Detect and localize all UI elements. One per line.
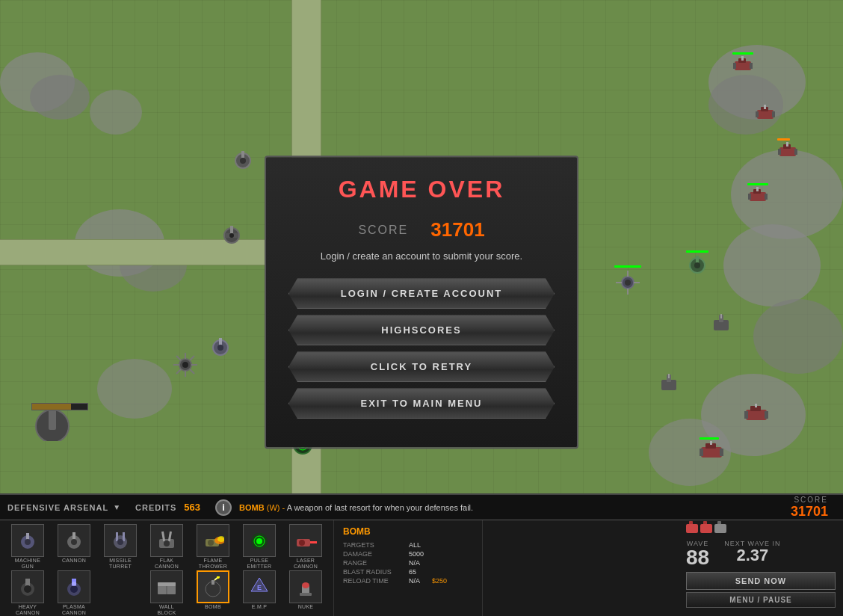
weapon-icon-flak-cannon — [150, 524, 183, 557]
reload-value: N/A — [409, 577, 420, 585]
retry-button[interactable]: CLICK TO RETRY — [288, 351, 555, 382]
svg-rect-102 — [158, 582, 176, 586]
terrain-blob — [90, 90, 142, 135]
weapon-icon-missile-turret — [104, 524, 137, 557]
weapon-desc-text: A weapon of last resort for when your de… — [287, 503, 473, 512]
weapon-label-nuke: NUKE — [298, 604, 314, 610]
next-wave-value: 2.37 — [736, 547, 768, 564]
map-center-turret — [220, 224, 243, 250]
weapon-icon-wall-block — [150, 570, 183, 603]
svg-rect-105 — [211, 580, 214, 585]
login-create-button[interactable]: LOGIN / CREATE ACCOUNT — [288, 278, 555, 309]
weapon-key-inline: (W) - — [267, 503, 287, 512]
wave-section: WAVE 88 — [686, 540, 709, 568]
svg-point-100 — [72, 582, 76, 586]
map-spider-turret — [614, 269, 641, 299]
terrain-blob — [97, 359, 172, 419]
stat-row-targets: TARGETS ALL — [343, 541, 473, 549]
svg-point-99 — [70, 585, 78, 593]
menu-pause-button[interactable]: MENU / PAUSE — [686, 592, 836, 608]
hud-score-label: SCORE — [794, 496, 828, 504]
weapon-row-1: MACHINEGUN CANNON — [6, 524, 327, 569]
arsenal-dropdown-arrow[interactable]: ▼ — [113, 503, 120, 511]
svg-point-69 — [625, 280, 631, 286]
highscores-button[interactable]: HIGHSCORES — [288, 315, 555, 345]
svg-rect-37 — [746, 410, 767, 420]
weapon-item-cannon[interactable]: CANNON — [52, 524, 96, 569]
svg-rect-18 — [748, 194, 751, 200]
hud-right: WAVE 88 NEXT WAVE IN 2.37 SEND NOW MENU … — [679, 520, 843, 616]
map-turret-friendly — [686, 254, 708, 280]
blast-value: 65 — [409, 568, 416, 576]
weapon-label-wall-block: WALLBLOCK — [157, 604, 176, 615]
credits-label: CREDITS — [135, 503, 176, 512]
map-enemy — [732, 56, 753, 76]
game-over-title: GAME OVER — [288, 176, 555, 203]
svg-rect-13 — [778, 149, 781, 155]
weapon-item-wall-block[interactable]: WALLBLOCK — [145, 570, 188, 615]
damage-value: 5000 — [409, 550, 424, 558]
weapon-icon-emp: E — [243, 570, 276, 603]
hud-score-value: 31701 — [791, 504, 828, 520]
svg-rect-19 — [765, 194, 768, 200]
score-value: 31701 — [430, 218, 484, 241]
svg-rect-8 — [756, 111, 759, 117]
arsenal-label: DEFENSIVE ARSENAL — [7, 503, 108, 512]
svg-rect-44 — [710, 441, 712, 445]
terrain-blob — [30, 75, 90, 120]
targets-value: ALL — [409, 541, 421, 549]
weapon-item-laser-cannon[interactable]: LASERCANNON — [284, 524, 327, 569]
weapon-item-flame-thrower[interactable]: FLAMETHROWER — [191, 524, 235, 569]
svg-rect-12 — [786, 142, 788, 147]
weapon-icon-cannon — [58, 524, 90, 557]
weapon-icon-spacer — [104, 570, 137, 603]
weapon-stats-name: BOMB — [343, 526, 473, 537]
map-turret-spider — [172, 351, 199, 381]
path — [0, 239, 291, 265]
weapon-item-spacer — [99, 570, 142, 615]
map-enemy — [755, 105, 776, 124]
svg-point-83 — [164, 540, 170, 546]
svg-point-96 — [24, 585, 31, 593]
svg-point-111 — [302, 582, 309, 588]
range-label: RANGE — [343, 559, 403, 567]
svg-point-50 — [229, 233, 234, 238]
weapon-item-pulse-emitter[interactable]: PULSEEMITTER — [238, 524, 281, 569]
svg-line-58 — [190, 356, 194, 360]
weapon-label-flame-thrower: FLAMETHROWER — [199, 558, 227, 569]
weapon-item-emp[interactable]: E E.M.P — [238, 570, 281, 615]
stat-row-blast: BLAST RADIUS 65 — [343, 568, 473, 576]
weapon-item-bomb[interactable]: BOMB — [191, 570, 235, 615]
weapon-item-missile-turret[interactable]: MISSILETURRET — [99, 524, 142, 569]
exit-main-menu-button[interactable]: EXIT TO MAIN MENU — [288, 388, 555, 419]
svg-rect-36 — [49, 407, 56, 430]
svg-line-57 — [190, 369, 194, 374]
weapon-icon-machine-gun — [11, 524, 44, 557]
svg-point-75 — [71, 539, 77, 545]
svg-rect-92 — [310, 541, 317, 543]
svg-rect-41 — [765, 411, 768, 419]
svg-point-93 — [299, 540, 305, 546]
weapon-icon-nuke — [289, 570, 322, 603]
weapon-item-machine-gun[interactable]: MACHINEGUN — [6, 524, 49, 569]
send-now-button[interactable]: SEND NOW — [686, 572, 836, 590]
svg-point-28 — [694, 262, 700, 268]
svg-line-59 — [176, 369, 181, 374]
weapon-item-heavy-cannon[interactable]: HEAVYCANNON — [6, 570, 49, 615]
weapon-item-nuke[interactable]: NUKE — [284, 570, 327, 615]
reload-label: RELOAD TIME — [343, 577, 403, 585]
weapon-description: BOMB (W) - A weapon of last resort for w… — [239, 503, 701, 512]
weapon-icon-pulse-emitter — [243, 524, 276, 557]
svg-rect-31 — [720, 314, 722, 318]
weapon-icon-heavy-cannon — [11, 570, 44, 603]
weapon-label-pulse-emitter: PULSEEMITTER — [247, 558, 272, 569]
info-icon: i — [215, 499, 232, 516]
svg-rect-9 — [772, 111, 775, 117]
weapon-icon-bomb — [197, 570, 229, 603]
credits-value: 563 — [184, 502, 200, 513]
weapon-item-flak-cannon[interactable]: FLAKCANNON — [145, 524, 188, 569]
svg-rect-2 — [741, 56, 744, 61]
hud: DEFENSIVE ARSENAL ▼ CREDITS 563 i BOMB (… — [0, 493, 843, 616]
svg-point-72 — [25, 539, 31, 545]
weapon-item-plasma-cannon[interactable]: PLASMACANNON — [52, 570, 96, 615]
